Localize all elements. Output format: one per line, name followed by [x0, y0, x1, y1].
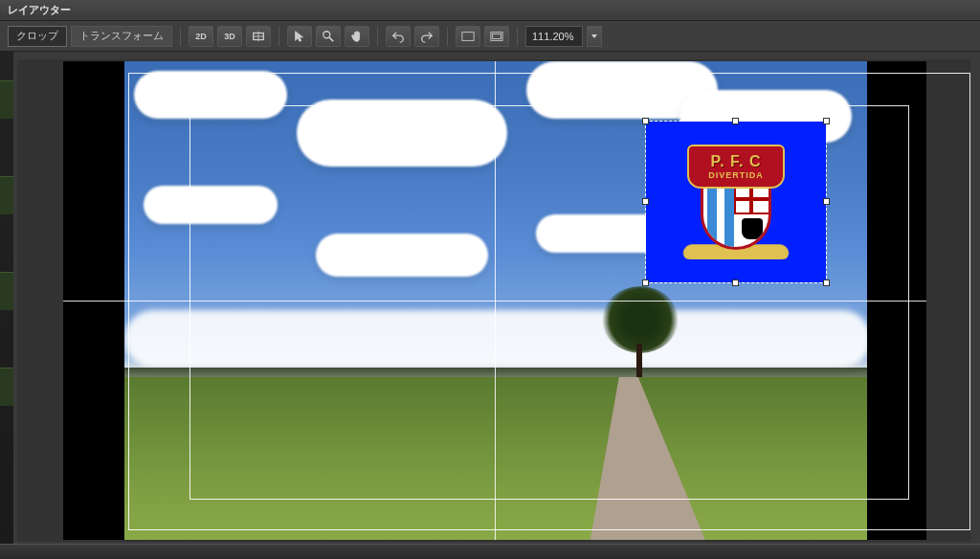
left-rail: [0, 52, 13, 559]
zoom-dropdown[interactable]: [587, 26, 602, 47]
resize-handle-w[interactable]: [642, 198, 649, 205]
badge-line2: DIVERTIDA: [708, 170, 764, 180]
zoom-tool[interactable]: [316, 26, 341, 47]
separator: [447, 27, 448, 46]
safe-area-outer-button[interactable]: [456, 26, 480, 47]
separator: [180, 27, 181, 46]
resize-handle-nw[interactable]: [642, 118, 649, 124]
svg-rect-7: [493, 34, 501, 38]
pointer-tool[interactable]: [287, 26, 312, 47]
resize-handle-se[interactable]: [823, 280, 830, 286]
badge-graphic: P. F. C DIVERTIDA: [683, 145, 789, 259]
zoom-value-field[interactable]: 111.20%: [525, 26, 583, 47]
resize-handle-sw[interactable]: [642, 280, 649, 286]
svg-point-3: [323, 31, 330, 37]
resize-handle-n[interactable]: [732, 118, 739, 124]
resize-handle-ne[interactable]: [823, 118, 830, 124]
redo-button[interactable]: [414, 26, 439, 47]
undo-button[interactable]: [386, 26, 411, 47]
hand-tool[interactable]: [345, 26, 369, 47]
tree: [592, 286, 688, 382]
fit-button[interactable]: [246, 26, 271, 47]
title-bar: レイアウター: [0, 0, 980, 21]
viewport[interactable]: P. F. C DIVERTIDA: [17, 59, 970, 542]
separator: [517, 27, 518, 46]
mode-2d-button[interactable]: 2D: [189, 26, 213, 47]
canvas-frame: P. F. C DIVERTIDA: [63, 61, 926, 540]
selected-layer[interactable]: P. F. C DIVERTIDA: [645, 121, 827, 283]
tab-transform[interactable]: トランスフォーム: [71, 26, 172, 47]
safe-area-inner-button[interactable]: [484, 26, 509, 47]
resize-handle-s[interactable]: [732, 280, 739, 286]
mode-3d-button[interactable]: 3D: [217, 26, 242, 47]
svg-rect-5: [462, 32, 474, 40]
resize-handle-e[interactable]: [823, 198, 830, 205]
separator: [377, 27, 378, 46]
bottom-bar: [0, 544, 980, 559]
tab-crop[interactable]: クロップ: [8, 26, 67, 47]
toolbar: クロップ トランスフォーム 2D 3D 111: [0, 21, 980, 52]
badge-line1: P. F. C: [711, 153, 762, 170]
layer-fill: P. F. C DIVERTIDA: [646, 122, 826, 282]
separator: [278, 27, 279, 46]
svg-line-4: [329, 36, 333, 40]
window-title: レイアウター: [8, 3, 71, 17]
